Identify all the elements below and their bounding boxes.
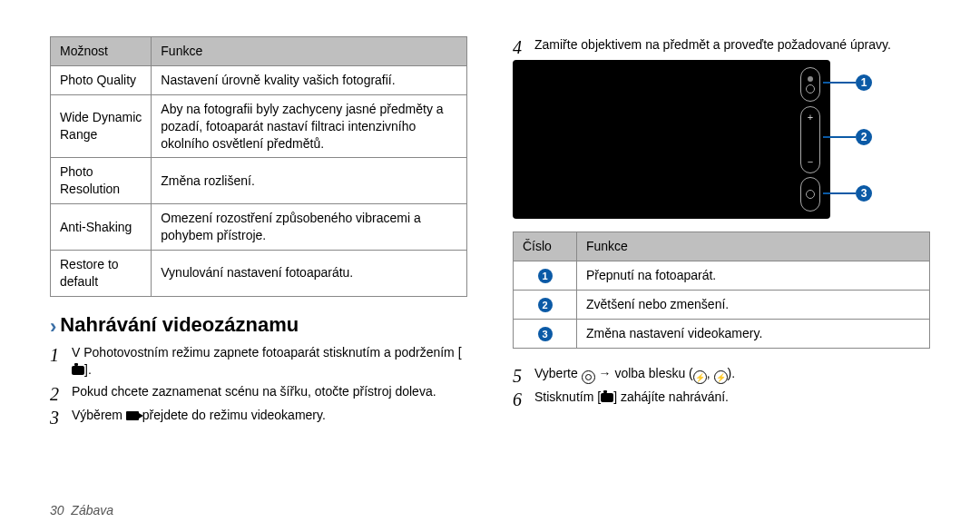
page-number: 30: [50, 503, 64, 517]
callout-number: 1: [856, 74, 872, 91]
gear-circle-icon: [582, 370, 595, 384]
options-header-option: Možnost: [51, 37, 152, 66]
step-text: Stisknutím [] zahájíte nahrávání.: [534, 389, 729, 407]
callout-header-function: Funkce: [577, 232, 930, 261]
callout: 2: [823, 129, 872, 145]
flash-off-icon: ⚡: [693, 370, 707, 384]
vf-settings-icon: [800, 177, 820, 212]
step-number: 4: [513, 36, 534, 56]
section-heading: ›Nahrávání videozáznamu: [50, 313, 467, 339]
step-number: 6: [513, 389, 534, 409]
video-icon: [126, 411, 139, 420]
step-text: Pokud chcete zaznamenat scénu na šířku, …: [72, 383, 436, 401]
viewfinder-diagram: + − 1 2 3: [513, 60, 830, 219]
step-number: 5: [513, 365, 534, 385]
chevron-icon: ›: [50, 315, 56, 338]
step-item: 6 Stisknutím [] zahájíte nahrávání.: [513, 389, 930, 409]
table-row: 1Přepnutí na fotoaparát.: [514, 261, 930, 290]
viewfinder-screen: + −: [513, 60, 830, 219]
step-text: V Pohotovostním režimu zapnete fotoapará…: [72, 344, 467, 379]
section-name: Zábava: [71, 503, 113, 517]
row-number-badge: 1: [538, 269, 553, 283]
callout-number: 2: [856, 129, 872, 145]
table-row: Photo QualityNastavení úrovně kvality va…: [51, 65, 467, 94]
options-table: Možnost Funkce Photo QualityNastavení úr…: [50, 36, 467, 297]
step-number: 3: [50, 407, 72, 427]
callout: 3: [823, 185, 872, 202]
callout-table: Číslo Funkce 1Přepnutí na fotoaparát. 2Z…: [513, 232, 930, 349]
table-row: 3Změna nastavení videokamery.: [514, 319, 930, 348]
left-steps: 1 V Pohotovostním režimu zapnete fotoapa…: [50, 344, 467, 427]
table-row: Anti-ShakingOmezení rozostření způsobené…: [51, 204, 467, 251]
step-text: Výběrem přejdete do režimu videokamery.: [72, 407, 326, 425]
right-steps: 5 Vyberte → volba blesku (⚡, ⚡). 6 Stisk…: [513, 365, 930, 409]
page-footer: 30 Zábava: [50, 503, 113, 517]
step-item: 3 Výběrem přejdete do režimu videokamery…: [50, 407, 467, 427]
row-number-badge: 3: [538, 327, 553, 341]
camera-icon: [601, 393, 613, 402]
table-row: 2Zvětšení nebo zmenšení.: [514, 290, 930, 319]
flash-on-icon: ⚡: [714, 370, 728, 384]
options-header-function: Funkce: [152, 37, 467, 66]
camera-icon: [72, 366, 84, 375]
step-number: 2: [50, 383, 72, 403]
step-item: 5 Vyberte → volba blesku (⚡, ⚡).: [513, 365, 930, 385]
step-text: Zamiřte objektivem na předmět a proveďte…: [534, 36, 891, 54]
table-row: Wide Dynamic RangeAby na fotografii byly…: [51, 94, 467, 158]
row-number-badge: 2: [538, 298, 553, 312]
callout-header-number: Číslo: [514, 232, 577, 261]
vf-zoom-icon: + −: [800, 106, 820, 173]
callout: 1: [823, 74, 872, 91]
step-item: 4 Zamiřte objektivem na předmět a proveď…: [513, 36, 930, 56]
step-text: Vyberte → volba blesku (⚡, ⚡).: [534, 365, 735, 385]
callout-number: 3: [856, 185, 872, 202]
step-item: 1 V Pohotovostním režimu zapnete fotoapa…: [50, 344, 467, 379]
step-item: 2 Pokud chcete zaznamenat scénu na šířku…: [50, 383, 467, 403]
vf-switch-icon: [800, 67, 820, 102]
step-number: 1: [50, 344, 72, 364]
table-row: Restore to defaultVynulování nastavení f…: [51, 251, 467, 297]
table-row: Photo ResolutionZměna rozlišení.: [51, 158, 467, 204]
